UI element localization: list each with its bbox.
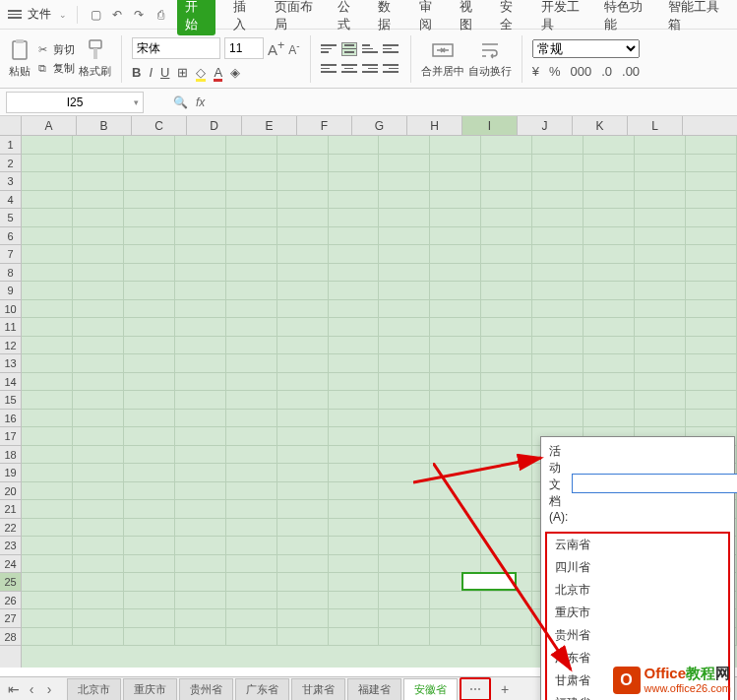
row-header[interactable]: 6 <box>0 227 21 246</box>
tab-nav-prev-icon[interactable]: ‹ <box>24 681 39 697</box>
cell[interactable] <box>124 245 175 264</box>
cell[interactable] <box>73 264 124 283</box>
cell[interactable] <box>277 373 329 392</box>
sheet-tab[interactable]: 广东省 <box>235 678 289 700</box>
cell[interactable] <box>532 300 583 319</box>
cell[interactable] <box>583 155 635 173</box>
cell[interactable] <box>379 500 430 519</box>
cell[interactable] <box>379 446 430 465</box>
cell[interactable] <box>22 318 73 337</box>
cell[interactable] <box>226 592 277 610</box>
cell[interactable] <box>22 337 73 355</box>
cell[interactable] <box>22 500 73 519</box>
cell[interactable] <box>73 609 124 628</box>
align-center-icon[interactable] <box>341 62 357 76</box>
cell[interactable] <box>277 172 329 191</box>
row-header[interactable]: 21 <box>0 500 21 519</box>
name-box[interactable]: ▾ <box>6 92 144 113</box>
cell[interactable] <box>226 427 277 446</box>
increase-font-icon[interactable]: A+ <box>268 38 284 58</box>
align-bottom-icon[interactable] <box>362 42 378 56</box>
column-header[interactable]: A <box>22 116 77 135</box>
column-header[interactable]: J <box>518 116 573 135</box>
cell[interactable] <box>430 209 481 227</box>
cell[interactable] <box>73 227 124 246</box>
cell[interactable] <box>635 227 686 246</box>
cell[interactable] <box>175 209 226 227</box>
cell[interactable] <box>481 555 532 574</box>
cell[interactable] <box>124 354 175 373</box>
cell[interactable] <box>532 318 583 337</box>
cell[interactable] <box>481 264 532 283</box>
cell[interactable] <box>277 410 329 428</box>
cell[interactable] <box>481 354 532 373</box>
cell[interactable] <box>481 592 532 610</box>
cell[interactable] <box>73 482 124 501</box>
cell[interactable] <box>22 155 73 173</box>
cell[interactable] <box>73 519 124 538</box>
cell[interactable] <box>73 592 124 610</box>
number-format-button[interactable]: .0 <box>601 64 612 79</box>
cell[interactable] <box>379 282 430 300</box>
row-header[interactable]: 28 <box>0 628 21 647</box>
column-header[interactable]: C <box>132 116 187 135</box>
popup-sheet-item[interactable]: 贵州省 <box>547 624 728 647</box>
popup-sheet-item[interactable]: 四川省 <box>547 556 728 579</box>
cell[interactable] <box>226 264 277 283</box>
cell[interactable] <box>329 373 380 392</box>
cell[interactable] <box>379 427 430 446</box>
cell[interactable] <box>430 264 481 283</box>
cell[interactable] <box>430 191 481 210</box>
cut-button[interactable]: ✂剪切 <box>35 42 75 57</box>
cell[interactable] <box>22 209 73 227</box>
cell[interactable] <box>379 464 430 482</box>
number-format-button[interactable]: 000 <box>570 64 591 79</box>
cell[interactable] <box>379 573 430 592</box>
cell[interactable] <box>277 628 329 647</box>
cell[interactable] <box>124 427 175 446</box>
ribbon-tab-3[interactable]: 公式 <box>338 0 360 33</box>
cell[interactable] <box>430 410 481 428</box>
cell[interactable] <box>124 136 175 155</box>
tab-nav-first-icon[interactable]: ⇤ <box>6 681 22 697</box>
cell[interactable] <box>686 245 737 264</box>
cell[interactable] <box>430 337 481 355</box>
underline-button[interactable]: U <box>160 65 169 80</box>
cell[interactable] <box>329 300 380 319</box>
cell[interactable] <box>175 172 226 191</box>
cell[interactable] <box>277 227 329 246</box>
cell[interactable] <box>124 318 175 337</box>
cell[interactable] <box>481 172 532 191</box>
cell[interactable] <box>583 410 635 428</box>
cell[interactable] <box>430 427 481 446</box>
cell[interactable] <box>22 300 73 319</box>
cell[interactable] <box>22 592 73 610</box>
cell[interactable] <box>379 555 430 574</box>
cell[interactable] <box>635 300 686 319</box>
cell[interactable] <box>73 155 124 173</box>
cell[interactable] <box>22 482 73 501</box>
cell[interactable] <box>329 391 380 410</box>
cell[interactable] <box>124 172 175 191</box>
bold-button[interactable]: B <box>132 65 141 80</box>
cell[interactable] <box>124 191 175 210</box>
cell[interactable] <box>329 172 380 191</box>
cell[interactable] <box>379 482 430 501</box>
cell[interactable] <box>175 500 226 519</box>
cell[interactable] <box>686 318 737 337</box>
column-header[interactable]: K <box>573 116 628 135</box>
italic-button[interactable]: I <box>149 65 153 80</box>
column-header[interactable]: G <box>352 116 407 135</box>
cell[interactable] <box>329 227 380 246</box>
cell[interactable] <box>635 337 686 355</box>
add-sheet-button[interactable]: + <box>493 678 517 700</box>
cell[interactable] <box>430 628 481 647</box>
cell[interactable] <box>635 410 686 428</box>
cell[interactable] <box>73 209 124 227</box>
cell[interactable] <box>73 282 124 300</box>
cell[interactable] <box>226 628 277 647</box>
cell[interactable] <box>635 136 686 155</box>
cell[interactable] <box>277 318 329 337</box>
cell[interactable] <box>73 337 124 355</box>
cell[interactable] <box>379 373 430 392</box>
